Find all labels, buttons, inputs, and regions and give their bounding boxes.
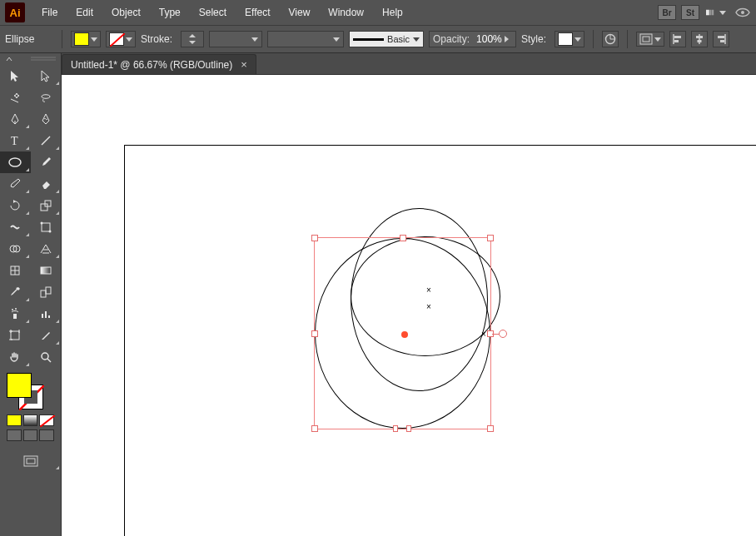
selection-tool[interactable] bbox=[0, 65, 31, 87]
menu-view[interactable]: View bbox=[281, 3, 319, 22]
bridge-chip-icon[interactable]: Br bbox=[658, 5, 676, 20]
svg-point-21 bbox=[9, 158, 21, 166]
draw-inside-button[interactable] bbox=[39, 429, 54, 441]
close-tab-button[interactable]: × bbox=[241, 58, 247, 71]
brush-definition-dropdown[interactable] bbox=[267, 31, 344, 47]
fill-indicator[interactable] bbox=[7, 373, 32, 398]
anchor-x-mark-icon: × bbox=[426, 303, 431, 311]
resize-handle[interactable] bbox=[311, 425, 318, 432]
stock-chip-icon[interactable]: St bbox=[681, 5, 699, 20]
menu-type[interactable]: Type bbox=[151, 3, 189, 22]
color-mode-solid[interactable] bbox=[7, 414, 22, 426]
eyedropper-tool[interactable] bbox=[0, 281, 31, 303]
align-right-button[interactable] bbox=[713, 31, 729, 47]
graphic-style-dropdown[interactable] bbox=[555, 31, 584, 47]
menu-object[interactable]: Object bbox=[103, 3, 149, 22]
stroke-weight-field[interactable] bbox=[181, 31, 204, 47]
svg-rect-24 bbox=[42, 223, 50, 231]
arrange-documents-button[interactable] bbox=[706, 5, 726, 20]
menu-help[interactable]: Help bbox=[374, 3, 411, 22]
curvature-tool[interactable] bbox=[31, 108, 62, 130]
blend-tool[interactable] bbox=[31, 281, 62, 303]
document-tab[interactable]: Untitled-1* @ 66.67% (RGB/Outline) × bbox=[62, 54, 256, 74]
menu-edit[interactable]: Edit bbox=[67, 3, 102, 22]
menu-select[interactable]: Select bbox=[191, 3, 235, 22]
draw-behind-button[interactable] bbox=[23, 429, 38, 441]
fill-stroke-control[interactable] bbox=[0, 368, 61, 414]
symbol-sprayer-tool[interactable] bbox=[0, 303, 31, 325]
stroke-swatch-none-icon bbox=[109, 32, 124, 46]
svg-rect-9 bbox=[674, 36, 681, 38]
free-transform-tool[interactable] bbox=[31, 216, 62, 238]
svg-rect-31 bbox=[41, 290, 46, 297]
opacity-field[interactable]: Opacity: 100% bbox=[429, 31, 516, 47]
shaper-tool[interactable] bbox=[0, 173, 31, 195]
ellipse-tool[interactable] bbox=[0, 151, 31, 173]
scale-tool[interactable] bbox=[31, 195, 62, 216]
mesh-tool[interactable] bbox=[0, 260, 31, 281]
svg-text:T: T bbox=[11, 135, 18, 147]
variable-width-profile-dropdown[interactable] bbox=[209, 31, 262, 47]
pen-tool[interactable] bbox=[0, 108, 31, 130]
resize-handle[interactable] bbox=[487, 235, 494, 241]
draw-normal-button[interactable] bbox=[7, 429, 22, 441]
column-graph-tool[interactable] bbox=[31, 303, 62, 325]
chevron-down-icon bbox=[654, 37, 661, 42]
grip-icon bbox=[31, 57, 56, 62]
align-to-dropdown[interactable] bbox=[636, 32, 664, 47]
canvas[interactable]: × × × bbox=[62, 75, 756, 536]
direct-selection-tool[interactable] bbox=[31, 65, 62, 87]
resize-handle[interactable] bbox=[487, 425, 494, 432]
slice-tool[interactable] bbox=[31, 325, 62, 346]
resize-handle[interactable] bbox=[400, 235, 406, 241]
gradient-tool[interactable] bbox=[31, 260, 62, 281]
color-mode-none-icon[interactable] bbox=[39, 414, 54, 426]
menu-effect[interactable]: Effect bbox=[236, 3, 278, 22]
control-bar: Ellipse Stroke: Basic Opacity: 100% Styl… bbox=[0, 25, 756, 53]
svg-point-26 bbox=[48, 231, 51, 233]
svg-line-41 bbox=[47, 359, 51, 362]
align-hcenter-button[interactable] bbox=[691, 31, 708, 47]
swap-fill-stroke-icon[interactable] bbox=[33, 371, 45, 383]
style-swatch bbox=[558, 32, 573, 46]
screen-mode-button[interactable] bbox=[0, 451, 61, 471]
hand-tool[interactable] bbox=[0, 346, 31, 368]
svg-point-34 bbox=[12, 309, 13, 310]
rotate-tool[interactable] bbox=[0, 195, 31, 216]
svg-rect-37 bbox=[45, 311, 47, 318]
width-tool[interactable] bbox=[0, 216, 31, 238]
fill-swatch-dropdown[interactable] bbox=[71, 31, 101, 47]
brush-preview-dropdown[interactable]: Basic bbox=[349, 31, 424, 47]
perspective-grid-tool[interactable] bbox=[31, 238, 62, 260]
resize-handle[interactable] bbox=[311, 235, 318, 241]
line-segment-tool[interactable] bbox=[31, 130, 62, 151]
chevron-down-icon bbox=[574, 37, 581, 42]
pie-handles[interactable] bbox=[393, 425, 411, 432]
anchor-x-mark-icon: × bbox=[426, 286, 431, 295]
shape-builder-tool[interactable] bbox=[0, 238, 31, 260]
svg-rect-2 bbox=[712, 10, 714, 16]
menu-window[interactable]: Window bbox=[320, 3, 372, 22]
align-left-button[interactable] bbox=[669, 31, 686, 47]
panel-collapse-button[interactable] bbox=[0, 53, 61, 65]
stroke-swatch-dropdown[interactable] bbox=[106, 31, 136, 47]
svg-rect-7 bbox=[643, 37, 649, 42]
paintbrush-tool[interactable] bbox=[31, 151, 62, 173]
type-tool[interactable]: T bbox=[0, 130, 31, 151]
recolor-artwork-button[interactable] bbox=[602, 31, 619, 47]
resize-handle[interactable] bbox=[311, 330, 318, 337]
menu-file[interactable]: File bbox=[33, 3, 66, 22]
color-mode-gradient[interactable] bbox=[23, 414, 38, 426]
lasso-tool[interactable] bbox=[31, 87, 62, 108]
magic-wand-tool[interactable] bbox=[0, 87, 31, 108]
svg-rect-30 bbox=[41, 267, 51, 274]
selection-center-icon bbox=[401, 331, 408, 338]
gpu-preview-icon[interactable] bbox=[734, 5, 751, 20]
artboard-tool[interactable] bbox=[0, 325, 31, 346]
chevron-down-icon bbox=[333, 37, 340, 42]
eraser-tool[interactable] bbox=[31, 173, 62, 195]
svg-rect-1 bbox=[709, 10, 711, 16]
zoom-tool[interactable] bbox=[31, 346, 62, 368]
svg-point-3 bbox=[741, 11, 744, 14]
rotate-handle[interactable] bbox=[499, 330, 507, 338]
